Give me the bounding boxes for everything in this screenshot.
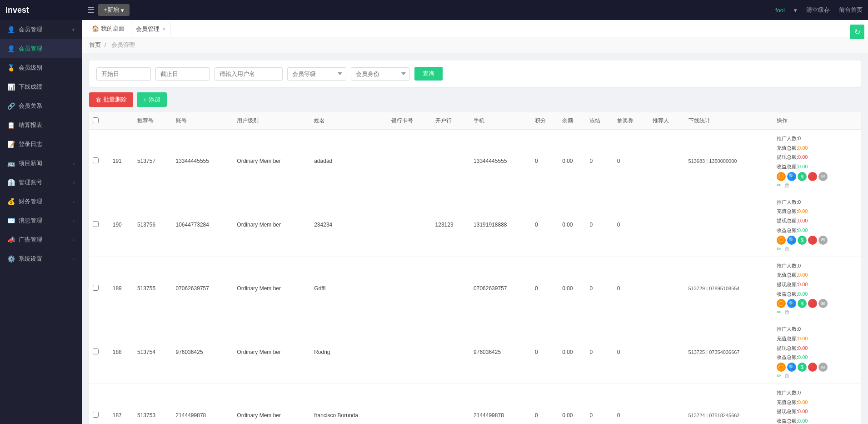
member-identity-select[interactable]: 会员身份 bbox=[351, 67, 410, 81]
settings-icon: ⚙️ bbox=[7, 255, 15, 262]
chevron-right-icon: ‹ bbox=[73, 237, 75, 242]
edit-delete-row: ✏ 🗑 bbox=[777, 246, 857, 252]
sidebar-label: 会员级别 bbox=[19, 64, 75, 72]
tab-close-icon[interactable]: × bbox=[162, 26, 165, 32]
end-date-input[interactable] bbox=[155, 67, 210, 81]
sidebar-item-downline-perf[interactable]: 📊 下线成绩 bbox=[0, 77, 82, 96]
search-button[interactable]: 🔍 bbox=[787, 363, 796, 372]
info-button[interactable]: ⓘ bbox=[777, 363, 786, 372]
tab-home[interactable]: 🏠 我的桌面 bbox=[87, 22, 129, 35]
tab-member-mgmt[interactable]: 会员管理 × bbox=[131, 22, 170, 36]
block-button[interactable]: 🚫 bbox=[808, 172, 817, 181]
msg-button[interactable]: ✉ bbox=[818, 363, 828, 372]
sidebar-item-msg-mgmt[interactable]: ✉️ 消息管理 ‹ bbox=[0, 211, 82, 230]
cell-frozen: 0 bbox=[586, 257, 613, 320]
action-buttons-row: ⓘ 🔍 $ 🚫 ✉ bbox=[777, 172, 857, 181]
stat-charge: 充值总额:0.00 bbox=[777, 271, 857, 279]
info-button[interactable]: ⓘ bbox=[777, 172, 786, 181]
add-new-button[interactable]: +新增 ▾ bbox=[98, 4, 130, 16]
money-button[interactable]: $ bbox=[798, 236, 807, 245]
sidebar-label: 会员关系 bbox=[19, 102, 75, 110]
add-label: 添加 bbox=[149, 96, 160, 104]
block-button[interactable]: 🚫 bbox=[808, 363, 817, 372]
cell-index: 187 bbox=[109, 384, 134, 424]
sidebar-item-member-rel[interactable]: 🔗 会员关系 bbox=[0, 96, 82, 116]
cell-downline: 513725 | 07354036667 bbox=[685, 320, 773, 384]
row-checkbox[interactable] bbox=[93, 412, 99, 418]
edit-link[interactable]: ✏ bbox=[777, 373, 781, 379]
stat-withdraw: 提现总额:0.00 bbox=[777, 153, 857, 162]
account-icon: 👔 bbox=[7, 179, 15, 186]
delete-link[interactable]: 🗑 bbox=[784, 182, 790, 188]
member-level-select[interactable]: 会员等级 bbox=[287, 67, 346, 81]
cell-checkbox[interactable] bbox=[89, 320, 109, 384]
delete-link[interactable]: 🗑 bbox=[784, 309, 790, 315]
block-button[interactable]: 🚫 bbox=[808, 299, 817, 308]
stat-withdraw: 提现总额:0.00 bbox=[777, 407, 857, 416]
batch-delete-button[interactable]: 🗑 批量删除 bbox=[89, 92, 133, 107]
msg-button[interactable]: ✉ bbox=[818, 172, 828, 181]
cell-downline: 513724 | 07518245662 bbox=[685, 384, 773, 424]
sidebar-item-member-level[interactable]: 🏅 会员级别 bbox=[0, 58, 82, 77]
cell-checkbox[interactable] bbox=[89, 193, 109, 257]
money-button[interactable]: $ bbox=[798, 299, 807, 308]
sidebar-item-member-list[interactable]: 👤 会员管理 bbox=[0, 39, 82, 58]
cell-checkbox[interactable] bbox=[89, 257, 109, 320]
table-header-row: 推荐号 账号 用户级别 姓名 银行卡号 开户行 手机 积分 余额 冻结 抽奖券 … bbox=[89, 112, 861, 130]
filter-bar: 会员等级 会员身份 查询 bbox=[89, 61, 861, 87]
stat-promoter: 推广人数:0 bbox=[777, 134, 857, 143]
username-input[interactable] bbox=[215, 67, 283, 81]
plus-icon: + bbox=[143, 96, 147, 103]
refresh-button[interactable]: ↻ bbox=[850, 25, 864, 39]
cell-name: Rodrig bbox=[310, 320, 388, 384]
sidebar-item-settlement[interactable]: 📋 结算报表 bbox=[0, 116, 82, 135]
user-link[interactable]: fool bbox=[775, 7, 785, 14]
query-button[interactable]: 查询 bbox=[414, 67, 443, 81]
cell-balance: 0.00 bbox=[559, 320, 586, 384]
info-button[interactable]: ⓘ bbox=[777, 236, 786, 245]
edit-link[interactable]: ✏ bbox=[777, 246, 781, 252]
breadcrumb-home[interactable]: 首页 bbox=[89, 41, 101, 48]
add-member-button[interactable]: + 添加 bbox=[137, 92, 167, 107]
start-date-input[interactable] bbox=[96, 67, 151, 81]
cell-checkbox[interactable] bbox=[89, 130, 109, 193]
cell-account: 10644773284 bbox=[172, 193, 234, 257]
row-checkbox[interactable] bbox=[93, 285, 99, 291]
sidebar-item-ad-mgmt[interactable]: 📣 广告管理 ‹ bbox=[0, 230, 82, 249]
cell-index: 189 bbox=[109, 257, 134, 320]
block-button[interactable]: 🚫 bbox=[808, 236, 817, 245]
page-content: 会员等级 会员身份 查询 🗑 批量删除 + 添加 bbox=[82, 53, 868, 424]
cell-actions: 推广人数:0 充值总额:0.00 提现总额:0.00 收益总额:0.00 ⓘ 🔍… bbox=[773, 320, 861, 384]
money-button[interactable]: $ bbox=[798, 363, 807, 372]
sidebar-item-project-news[interactable]: 🚌 项目新闻 ‹ bbox=[0, 154, 82, 173]
msg-button[interactable]: ✉ bbox=[818, 236, 828, 245]
cell-frozen: 0 bbox=[586, 193, 613, 257]
sidebar-item-mgmt-account[interactable]: 👔 管理账号 ‹ bbox=[0, 173, 82, 192]
cell-bank: 123123 bbox=[432, 193, 470, 257]
clear-cache-button[interactable]: 清空缓存 bbox=[806, 6, 830, 14]
edit-link[interactable]: ✏ bbox=[777, 182, 781, 188]
row-checkbox[interactable] bbox=[93, 221, 99, 227]
money-button[interactable]: $ bbox=[798, 172, 807, 181]
sidebar-label: 下线成绩 bbox=[19, 83, 75, 91]
frontend-home-button[interactable]: 前台首页 bbox=[839, 6, 863, 14]
row-checkbox[interactable] bbox=[93, 157, 99, 163]
edit-link[interactable]: ✏ bbox=[777, 309, 781, 315]
search-button[interactable]: 🔍 bbox=[787, 172, 796, 181]
msg-button[interactable]: ✉ bbox=[818, 299, 828, 308]
chevron-right-icon: ‹ bbox=[73, 199, 75, 204]
search-button[interactable]: 🔍 bbox=[787, 299, 796, 308]
search-button[interactable]: 🔍 bbox=[787, 236, 796, 245]
sidebar-item-finance[interactable]: 💰 财务管理 ‹ bbox=[0, 192, 82, 211]
delete-link[interactable]: 🗑 bbox=[784, 373, 790, 379]
cell-checkbox[interactable] bbox=[89, 384, 109, 424]
sidebar-item-member-mgmt-group[interactable]: 👤 会员管理 ▾ bbox=[0, 20, 82, 39]
delete-link[interactable]: 🗑 bbox=[784, 246, 790, 252]
sidebar-item-login-log[interactable]: 📝 登录日志 bbox=[0, 135, 82, 154]
menu-toggle-button[interactable]: ☰ bbox=[87, 5, 95, 15]
info-button[interactable]: ⓘ bbox=[777, 299, 786, 308]
sidebar-item-sys-settings[interactable]: ⚙️ 系统设置 ‹ bbox=[0, 249, 82, 268]
chevron-right-icon: ‹ bbox=[73, 257, 75, 262]
row-checkbox[interactable] bbox=[93, 348, 99, 354]
select-all-checkbox[interactable] bbox=[93, 117, 99, 123]
